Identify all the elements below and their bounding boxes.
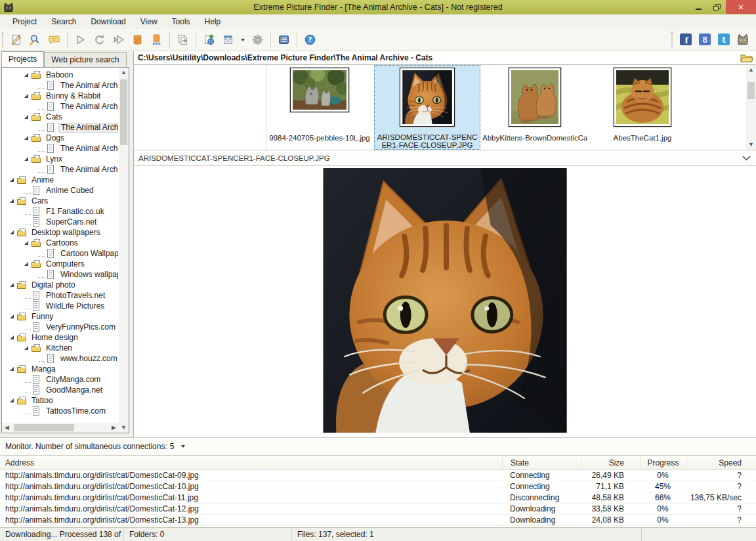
tree-item-the-animal-archive[interactable]: The Animal Archive bbox=[3, 80, 118, 91]
tree-item-baboon[interactable]: Baboon bbox=[3, 70, 118, 80]
column-speed[interactable]: Speed bbox=[686, 456, 756, 470]
tree-expand-icon[interactable] bbox=[24, 156, 31, 162]
tree-item-supercars-net[interactable]: SuperCars.net bbox=[3, 217, 118, 227]
tree-item-f1-fanatic-co-uk[interactable]: F1 Fanatic.co.uk bbox=[3, 206, 118, 217]
tree-expand-icon[interactable] bbox=[9, 177, 16, 183]
tree-item-the-animal-archive[interactable]: The Animal Archive bbox=[3, 101, 118, 112]
menu-view[interactable]: View bbox=[133, 14, 165, 29]
menu-project[interactable]: Project bbox=[5, 14, 44, 29]
thumbnail-item[interactable]: AbbyKittens-BrownDomesticCa... bbox=[482, 65, 588, 150]
tree-expand-icon[interactable] bbox=[24, 345, 31, 351]
tree-item-the-animal-archive[interactable]: The Animal Archive bbox=[3, 143, 118, 154]
upload-project-icon[interactable] bbox=[200, 32, 218, 49]
facebook-icon[interactable]: f bbox=[677, 31, 694, 48]
download-row[interactable]: http://animals.timduru.org/dirlist/cat/D… bbox=[0, 504, 756, 515]
thumbnail-item-selected[interactable]: ARISDOMESTICCAT-SPENCER1-FACE-CLOSEUP.JP… bbox=[374, 65, 480, 150]
restart-download-icon[interactable] bbox=[91, 32, 108, 49]
close-button[interactable]: × bbox=[726, 0, 756, 14]
tree-item-funny[interactable]: Funny bbox=[3, 311, 118, 322]
tab-web-picture-search[interactable]: Web picture search bbox=[44, 52, 126, 67]
pause-download-icon[interactable] bbox=[129, 32, 146, 49]
menu-tools[interactable]: Tools bbox=[165, 14, 198, 29]
menu-help[interactable]: Help bbox=[198, 14, 228, 29]
tree-expand-icon[interactable] bbox=[9, 314, 16, 319]
project-templates-icon[interactable] bbox=[275, 32, 293, 49]
tree-item-desktop-wallpapers[interactable]: Desktop wallpapers bbox=[3, 227, 118, 238]
thumbnail-item[interactable]: 9984-240705-pebbles-10L.jpg bbox=[266, 65, 373, 150]
tree-item-cars[interactable]: Cars bbox=[3, 196, 118, 206]
restore-button[interactable] bbox=[707, 0, 726, 14]
scrollbar-thumb[interactable] bbox=[14, 424, 74, 431]
tree-item-computers[interactable]: Computers bbox=[3, 259, 118, 269]
column-size[interactable]: Size bbox=[581, 456, 640, 470]
skip-files-icon[interactable] bbox=[148, 32, 165, 49]
options-gear-icon[interactable] bbox=[249, 32, 266, 49]
tree-item-cats[interactable]: Cats bbox=[3, 112, 118, 122]
tree-expand-icon[interactable] bbox=[24, 261, 31, 267]
copy-project-icon[interactable] bbox=[174, 32, 192, 49]
scroll-right-arrow[interactable]: ▶ bbox=[109, 423, 119, 433]
tree-item-manga[interactable]: Manga bbox=[3, 364, 118, 374]
tree-item-digital-photo[interactable]: Digital photo bbox=[3, 280, 118, 290]
download-row[interactable]: http://animals.timduru.org/dirlist/cat/D… bbox=[0, 470, 756, 481]
column-address[interactable]: Address bbox=[0, 456, 502, 470]
menu-download[interactable]: Download bbox=[83, 14, 133, 29]
search-wizard-icon[interactable] bbox=[26, 32, 44, 49]
tree-expand-icon[interactable] bbox=[24, 72, 31, 77]
column-state[interactable]: State bbox=[502, 456, 581, 470]
tree-item-phototravels-net[interactable]: PhotoTravels.net bbox=[3, 290, 118, 301]
download-row[interactable]: http://animals.timduru.org/dirlist/cat/D… bbox=[0, 515, 756, 526]
tree-item-cartoons[interactable]: Cartoons bbox=[3, 238, 118, 248]
tree-item-wildlife-pictures[interactable]: WildLife Pictures bbox=[3, 301, 118, 311]
scroll-up-arrow[interactable]: ▲ bbox=[119, 68, 129, 77]
chevron-down-icon[interactable] bbox=[742, 156, 751, 161]
tree-expand-icon[interactable] bbox=[9, 366, 16, 372]
tree-expand-icon[interactable] bbox=[9, 198, 16, 204]
tree-item-dogs[interactable]: Dogs bbox=[3, 133, 118, 143]
scroll-up-arrow[interactable]: ▲ bbox=[746, 65, 756, 75]
scroll-down-arrow[interactable]: ▼ bbox=[119, 423, 129, 433]
menu-search[interactable]: Search bbox=[44, 14, 83, 29]
scroll-down-arrow[interactable]: ▼ bbox=[746, 140, 756, 150]
tree-item-tattoo[interactable]: Tattoo bbox=[3, 395, 118, 406]
tree-item-veryfunnypics-com[interactable]: VeryFunnyPics.com bbox=[3, 322, 118, 332]
monitor-dropdown-icon[interactable] bbox=[181, 445, 185, 448]
minimize-button[interactable] bbox=[689, 0, 707, 14]
tree-item-kitchen[interactable]: Kitchen bbox=[3, 343, 118, 353]
schedule-icon[interactable] bbox=[219, 32, 237, 49]
tree-expand-icon[interactable] bbox=[9, 398, 16, 403]
google-icon[interactable]: 8 bbox=[696, 31, 713, 48]
tree-expand-icon[interactable] bbox=[9, 230, 16, 235]
tree-item-the-animal-archive[interactable]: The Animal Archive bbox=[3, 164, 118, 175]
tree-horizontal-scrollbar[interactable]: ◀ ▶ bbox=[2, 423, 119, 433]
tree-item-tattoostime-com[interactable]: TattoosTime.com bbox=[3, 406, 118, 416]
tree-item-anime-cubed[interactable]: Anime Cubed bbox=[3, 185, 118, 196]
scrollbar-thumb[interactable] bbox=[747, 82, 755, 99]
tree-item-goodmanga-net[interactable]: GoodManga.net bbox=[3, 385, 118, 395]
tree-item-lynx[interactable]: Lynx bbox=[3, 154, 118, 164]
scroll-left-arrow[interactable]: ◀ bbox=[2, 423, 12, 433]
tree-item-bunny-rabbit[interactable]: Bunny & Rabbit bbox=[3, 91, 118, 101]
scrollbar-thumb[interactable] bbox=[120, 79, 127, 145]
tree-expand-icon[interactable] bbox=[24, 135, 31, 141]
tree-expand-icon[interactable] bbox=[9, 335, 16, 340]
tree-item-anime[interactable]: Anime bbox=[3, 175, 118, 185]
resume-download-icon[interactable] bbox=[110, 32, 127, 49]
tree-item-the-animal-archive[interactable]: The Animal Archive bbox=[3, 122, 118, 133]
tree-item-windows-wallpaper[interactable]: Windows wallpaper bbox=[3, 269, 118, 280]
schedule-icon-dropdown[interactable] bbox=[238, 32, 247, 49]
download-row[interactable]: http://animals.timduru.org/dirlist/cat/D… bbox=[0, 481, 756, 492]
app-cat-icon[interactable] bbox=[734, 31, 751, 48]
tree-item-citymanga-com[interactable]: CityManga.com bbox=[3, 374, 118, 385]
tree-item-cartoon-wallpapers[interactable]: Cartoon Wallpapers bbox=[3, 248, 118, 259]
tree-expand-icon[interactable] bbox=[24, 93, 31, 98]
download-row[interactable]: http://animals.timduru.org/dirlist/cat/D… bbox=[0, 492, 756, 504]
open-folder-icon[interactable] bbox=[740, 53, 753, 63]
tree-item-www-houzz-com-k[interactable]: www.houzz.com - K bbox=[3, 353, 118, 364]
tree-expand-icon[interactable] bbox=[9, 282, 16, 288]
start-download-icon[interactable] bbox=[72, 32, 89, 49]
thumbnail-item[interactable]: AbesTheCat1.jpg bbox=[589, 65, 696, 150]
tree-expand-icon[interactable] bbox=[24, 114, 31, 119]
thumbnails-scrollbar[interactable]: ▲ ▼ bbox=[746, 65, 756, 150]
tree-item-home-design[interactable]: Home design bbox=[3, 332, 118, 343]
